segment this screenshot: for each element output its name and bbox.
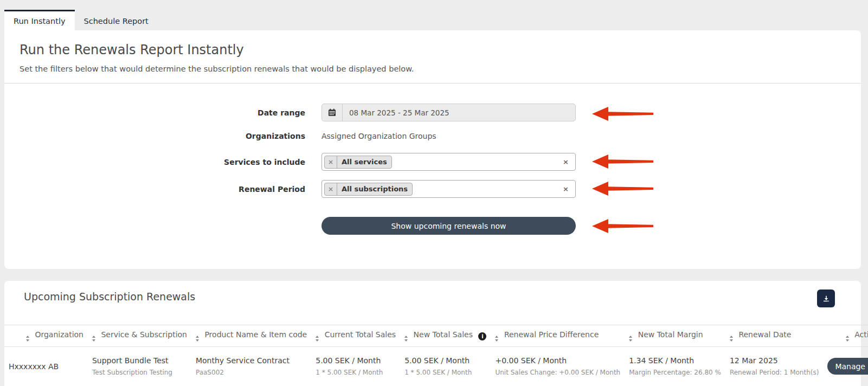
- remove-tag-icon[interactable]: ×: [325, 183, 337, 195]
- renewal-period-field[interactable]: × All subscriptions ×: [322, 180, 576, 198]
- cell-current-total-sales: 5.00 SEK / Month 1 * 5.00 SEK / Month: [311, 347, 400, 386]
- services-tag: × All services: [324, 156, 392, 169]
- cell-new-total-sales: 5.00 SEK / Month 1 * 5.00 SEK / Month: [400, 347, 491, 386]
- sort-icon: [404, 336, 408, 342]
- clear-field-icon[interactable]: ×: [563, 185, 569, 193]
- cell-product-name: Monthy Service Contract PaaS002: [191, 347, 311, 386]
- download-button[interactable]: [817, 290, 835, 307]
- column-header-service-subscription[interactable]: Service & Subscription: [88, 325, 191, 347]
- organizations-label: Organizations: [4, 132, 305, 140]
- tab-label: Run Instantly: [14, 17, 66, 25]
- cell-action: Manage: [823, 347, 868, 386]
- column-header-new-total-sales[interactable]: New Total Sales i: [400, 325, 491, 347]
- services-label: Services to include: [4, 158, 305, 166]
- date-range-value: 08 Mar 2025 - 25 Mar 2025: [343, 108, 449, 117]
- sort-icon: [196, 336, 199, 342]
- cell-organization: Hxxxxxxx AB: [4, 347, 88, 386]
- manage-button[interactable]: Manage: [827, 358, 868, 375]
- date-range-label: Date range: [4, 108, 305, 117]
- date-range-field[interactable]: 08 Mar 2025 - 25 Mar 2025: [322, 104, 576, 121]
- renewals-report-page: Run Instantly Schedule Report Run the Re…: [0, 0, 868, 386]
- cell-renewal-date: 12 Mar 2025 Renewal Period: 1 Month(s): [725, 347, 823, 386]
- sort-icon: [92, 336, 95, 342]
- tag-label: All subscriptions: [337, 183, 412, 195]
- tab-run-instantly[interactable]: Run Instantly: [4, 10, 75, 30]
- date-range-row: Date range: [4, 104, 861, 121]
- run-report-card: Run the Renewals Report Instantly Set th…: [4, 30, 861, 269]
- services-row: Services to include × All services ×: [4, 153, 861, 171]
- submit-row: Show upcoming renewals now: [4, 217, 861, 235]
- page-subtitle: Set the filters below that would determi…: [20, 63, 846, 74]
- clear-field-icon[interactable]: ×: [563, 158, 569, 166]
- tag-label: All services: [337, 156, 391, 168]
- cell-service-subscription: Support Bundle Test Test Subscription Te…: [88, 347, 191, 386]
- renewal-period-row: Renewal Period × All subscriptions ×: [4, 180, 861, 198]
- show-renewals-button[interactable]: Show upcoming renewals now: [322, 217, 576, 235]
- sort-icon: [26, 336, 29, 342]
- tab-bar: Run Instantly Schedule Report: [0, 0, 868, 30]
- column-header-renewal-date[interactable]: Renewal Date: [725, 325, 823, 347]
- download-icon: [822, 294, 831, 303]
- cell-new-total-margin: 1.34 SEK / Month Margin Percentage: 26.8…: [625, 347, 725, 386]
- sort-icon: [629, 336, 632, 342]
- sort-icon: [730, 336, 733, 342]
- tab-schedule-report[interactable]: Schedule Report: [75, 10, 158, 30]
- renewals-results-card: Upcoming Subscription Renewals: [4, 281, 861, 386]
- column-header-new-total-margin[interactable]: New Total Margin: [625, 325, 725, 347]
- sort-icon: [316, 336, 319, 342]
- calendar-icon: [322, 104, 343, 121]
- renewals-table: Organization Service & Subscription Prod…: [4, 325, 868, 386]
- table-header-row: Organization Service & Subscription Prod…: [4, 325, 868, 347]
- results-header: Upcoming Subscription Renewals: [4, 281, 861, 307]
- info-icon[interactable]: i: [478, 332, 486, 340]
- column-header-product-name[interactable]: Product Name & Item code: [191, 325, 311, 347]
- column-header-organization[interactable]: Organization: [4, 325, 88, 347]
- column-header-current-total-sales[interactable]: Current Total Sales: [311, 325, 400, 347]
- report-filter-form: Date range: [4, 83, 861, 269]
- table-row: Hxxxxxxx AB Support Bundle Test Test Sub…: [4, 347, 868, 386]
- sort-icon: [495, 336, 498, 342]
- sort-icon: [846, 336, 849, 342]
- report-header: Run the Renewals Report Instantly Set th…: [4, 30, 861, 83]
- cell-renewal-price-difference: +0.00 SEK / Month Unit Sales Change: +0.…: [491, 347, 625, 386]
- renewal-period-label: Renewal Period: [4, 185, 305, 194]
- organizations-row: Organizations Assigned Organization Grou…: [4, 131, 861, 141]
- page-title: Run the Renewals Report Instantly: [20, 41, 846, 59]
- organizations-value: Assigned Organization Groups: [322, 132, 436, 140]
- section-title: Upcoming Subscription Renewals: [24, 290, 195, 304]
- column-header-action[interactable]: Action: [823, 325, 868, 347]
- services-field[interactable]: × All services ×: [322, 153, 576, 171]
- renewal-period-tag: × All subscriptions: [324, 183, 413, 196]
- tab-label: Schedule Report: [84, 17, 149, 25]
- remove-tag-icon[interactable]: ×: [325, 156, 337, 168]
- column-header-renewal-price-difference[interactable]: Renewal Price Difference: [491, 325, 625, 347]
